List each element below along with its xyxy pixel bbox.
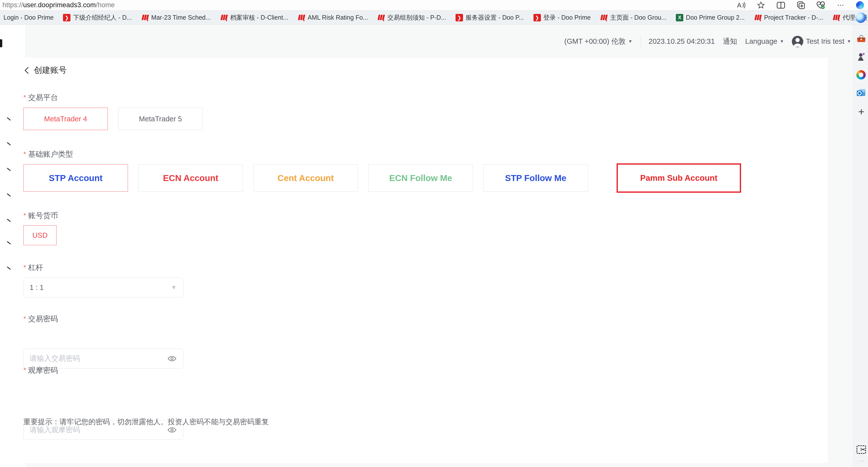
doo-prime-logo-icon	[754, 14, 762, 22]
doo-prime-logo-icon	[600, 14, 608, 22]
eye-icon[interactable]	[167, 355, 177, 362]
read-aloud-icon[interactable]: A	[737, 1, 746, 10]
add-sidebar-item-icon[interactable]: +	[856, 107, 866, 117]
platform-field-label: * 交易平台	[23, 93, 58, 103]
browser-toolbar: A ⋯	[737, 1, 868, 10]
bookmark-item[interactable]: Login - Doo Prime	[3, 14, 54, 21]
field-label-text: 交易平台	[28, 93, 58, 103]
toolbox-icon[interactable]	[856, 34, 866, 44]
page-title-row: 创建账号	[23, 65, 67, 76]
leverage-field-label: * 杠杆	[23, 263, 43, 273]
collections-add-icon[interactable]	[796, 1, 805, 10]
bookmark-item[interactable]: ❯服务器设置 - Doo P...	[456, 13, 524, 22]
bookmark-label: Doo Prime Group 2...	[686, 14, 745, 21]
bookmark-label: Project Tracker - D-...	[764, 14, 824, 21]
back-icon[interactable]	[23, 66, 30, 75]
bookmark-item[interactable]: 交易组别须知 - P-D...	[377, 13, 446, 22]
svg-text:A: A	[737, 1, 742, 9]
doo-prime-logo-icon	[220, 14, 228, 22]
url-host: user.dooprimeads3.com	[23, 1, 96, 9]
account-type-ecn-follow[interactable]: ECN Follow Me	[368, 164, 473, 192]
more-options-icon[interactable]: ⋯	[836, 1, 845, 10]
screenshot-snip-icon[interactable]: ✂	[856, 445, 866, 455]
bookmark-label: 下级介绍经纪人 - D...	[73, 13, 132, 22]
page-header: (GMT +00:00) 伦敦 ▼ 2023.10.25 04:20:31 通知…	[26, 25, 853, 58]
account-type-options: STP Account ECN Account Cent Account ECN…	[23, 164, 815, 192]
username-label: Test Iris test	[806, 37, 844, 45]
leverage-value: 1 : 1	[30, 283, 43, 292]
edge-sidebar: + ✂	[853, 25, 868, 467]
web-page: (GMT +00:00) 伦敦 ▼ 2023.10.25 04:20:31 通知…	[0, 25, 868, 467]
timezone-selector[interactable]: (GMT +00:00) 伦敦 ▼	[564, 37, 632, 46]
bookmark-label: Login - Doo Prime	[3, 14, 54, 21]
avatar	[792, 36, 803, 47]
sidebar-copilot-icon[interactable]	[856, 12, 866, 23]
account-type-pamm-sub-highlighted[interactable]: Pamm Sub Account	[617, 163, 741, 193]
bookmark-label: 服务器设置 - Doo P...	[465, 13, 524, 22]
bookmark-item[interactable]: 档案审核 - D-Client...	[220, 13, 288, 22]
url-address[interactable]: https://user.dooprimeads3.com/home	[0, 1, 115, 9]
doo-prime-logo-icon	[377, 14, 385, 22]
required-asterisk: *	[23, 366, 26, 374]
bookmark-item[interactable]: XDoo Prime Group 2...	[676, 14, 745, 22]
microsoft-365-icon[interactable]	[856, 70, 866, 79]
url-scheme: https://	[2, 1, 23, 9]
bookmark-label: 交易组别须知 - P-D...	[387, 13, 446, 22]
platform-options: MetaTrader 4 MetaTrader 5	[23, 108, 203, 130]
bookmark-label: 登录 - Doo Prime	[544, 13, 591, 22]
platform-option-mt4[interactable]: MetaTrader 4	[23, 108, 108, 130]
caret-down-icon: ▼	[847, 39, 851, 44]
notifications-label: 通知	[723, 37, 737, 46]
account-type-ecn[interactable]: ECN Account	[138, 164, 243, 192]
language-selector[interactable]: Language ▼	[745, 37, 784, 45]
split-screen-icon[interactable]	[776, 1, 785, 10]
notifications-link[interactable]: 通知	[723, 37, 737, 46]
partial-logo-mark	[0, 39, 2, 47]
excel-icon: X	[676, 14, 683, 22]
field-label-text: 交易密码	[28, 314, 58, 324]
bookmark-item[interactable]: ❯下级介绍经纪人 - D...	[63, 13, 132, 22]
select-caret-icon: ▼	[171, 284, 177, 291]
doo-arrow-icon: ❯	[63, 14, 70, 22]
currency-field-label: * 账号货币	[23, 211, 58, 221]
required-asterisk: *	[23, 315, 26, 323]
view-password-field-label: * 观摩密码	[23, 365, 58, 375]
browser-url-bar: https://user.dooprimeads3.com/home A ⋯	[0, 0, 868, 10]
bookmark-item[interactable]: Project Tracker - D-...	[754, 14, 824, 22]
bookmark-item[interactable]: Mar-23 Time Sched...	[142, 14, 211, 22]
doo-prime-logo-icon	[833, 14, 840, 22]
copilot-icon[interactable]	[856, 1, 864, 9]
currency-option-usd[interactable]: USD	[23, 225, 57, 245]
bookmark-item[interactable]: ❯登录 - Doo Prime	[533, 13, 591, 22]
outlook-icon[interactable]	[856, 88, 866, 98]
platform-option-mt5[interactable]: MetaTrader 5	[118, 108, 203, 130]
create-account-card: 创建账号 * 交易平台 MetaTrader 4 MetaTrader 5 * …	[10, 58, 828, 463]
user-menu[interactable]: Test Iris test ▼	[792, 36, 851, 47]
bookmark-item[interactable]: AML Risk Rating Fo...	[298, 14, 368, 22]
account-type-stp-follow[interactable]: STP Follow Me	[484, 164, 588, 192]
caret-down-icon: ▼	[628, 39, 632, 44]
datetime-label: 2023.10.25 04:20:31	[649, 37, 715, 45]
doo-prime-logo-icon	[142, 14, 149, 22]
trade-password-field-label: * 交易密码	[23, 314, 58, 324]
doo-arrow-icon: ❯	[456, 14, 463, 22]
input-placeholder: 请输入交易密码	[30, 354, 80, 364]
field-label-text: 基础账户类型	[28, 149, 73, 159]
bookmark-item[interactable]: 主页面 - Doo Grou...	[600, 13, 666, 22]
bookmark-label: Mar-23 Time Sched...	[151, 14, 211, 21]
field-label-text: 账号货币	[28, 211, 58, 221]
browser-essentials-icon[interactable]	[816, 1, 825, 10]
page-title: 创建账号	[34, 65, 67, 76]
doo-prime-logo-icon	[298, 14, 305, 22]
currency-options: USD	[23, 225, 57, 245]
eye-icon[interactable]	[167, 426, 177, 434]
field-label-text: 杠杆	[28, 263, 43, 273]
bookmark-label: 主页面 - Doo Grou...	[610, 13, 666, 22]
leverage-select[interactable]: 1 : 1 ▼	[23, 277, 183, 297]
account-type-cent[interactable]: Cent Account	[253, 164, 358, 192]
favorite-star-icon[interactable]	[756, 1, 766, 10]
games-pawn-icon[interactable]	[856, 52, 866, 62]
account-type-stp[interactable]: STP Account	[23, 164, 128, 192]
field-label-text: 观摩密码	[28, 365, 58, 375]
sidebar-divider	[858, 461, 865, 461]
